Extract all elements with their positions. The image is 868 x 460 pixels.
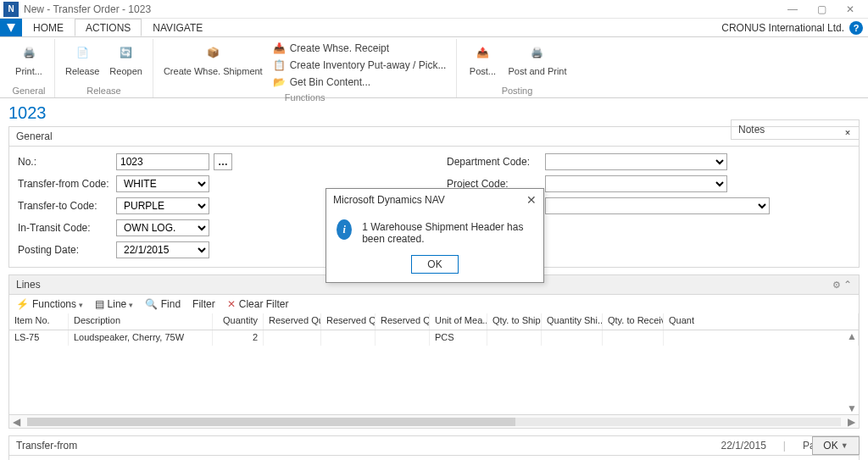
project-code-field[interactable]	[545, 175, 727, 192]
reopen-icon: 🔄	[114, 41, 138, 64]
lines-find-button[interactable]: 🔍Find	[145, 298, 181, 310]
print-button[interactable]: 🖨️ Print...	[8, 39, 49, 85]
close-button[interactable]: ✕	[836, 1, 865, 18]
assigned-user-id-field[interactable]	[545, 197, 770, 214]
printer-icon: 🖨️	[17, 41, 41, 64]
bin-icon: 📂	[273, 75, 287, 89]
transfer-to-code-field[interactable]: PURPLE	[116, 197, 209, 214]
post-icon: 📤	[470, 41, 494, 64]
window-controls: — ▢ ✕	[778, 1, 865, 18]
window-title: New - Transfer Order - 1023	[24, 3, 151, 15]
col-quant[interactable]: Quant	[664, 313, 859, 330]
message-dialog: Microsoft Dynamics NAV ✕ i 1 Warehouse S…	[326, 188, 544, 283]
col-qty-to-ship[interactable]: Qty. to Ship	[487, 313, 542, 330]
col-qty-to-receive[interactable]: Qty. to Receive	[603, 313, 664, 330]
release-button[interactable]: 📄 Release	[60, 39, 104, 85]
horizontal-scrollbar[interactable]: ◀▶	[8, 415, 860, 429]
col-uom[interactable]: Unit of Mea...	[430, 313, 487, 330]
maximize-button[interactable]: ▢	[807, 1, 836, 18]
lines-grid[interactable]: Item No. Description Quantity Reserved Q…	[8, 313, 860, 415]
fasttab-transfer-to[interactable]: Transfer-to	[8, 456, 860, 460]
col-qty-shipped[interactable]: Quantity Shi...	[542, 313, 603, 330]
no-field[interactable]	[116, 153, 209, 170]
transfer-from-label: Transfer-from Code:	[18, 178, 111, 190]
fasttab-transfer-from[interactable]: Transfer-from 22/1/2015|Partial	[8, 435, 860, 456]
help-icon[interactable]: ?	[849, 21, 863, 35]
receipt-icon: 📥	[273, 42, 287, 55]
col-quantity[interactable]: Quantity	[213, 313, 264, 330]
company-name: CRONUS International Ltd.	[721, 22, 844, 34]
post-and-print-button[interactable]: 🖨️ Post and Print	[503, 39, 571, 85]
putaway-icon: 📋	[273, 58, 287, 72]
col-reserved-qty[interactable]: Reserved Qu...	[264, 313, 321, 330]
group-functions-label: Functions	[159, 91, 452, 104]
lines-line-menu[interactable]: ▤Line	[95, 298, 133, 310]
in-transit-code-field[interactable]: OWN LOG.	[116, 219, 209, 236]
department-code-label: Department Code:	[447, 156, 540, 168]
lines-clear-filter-button[interactable]: ✕Clear Filter	[227, 298, 289, 310]
transfer-to-label: Transfer-to Code:	[18, 200, 111, 212]
app-icon: N	[3, 2, 19, 17]
create-whse-receipt-button[interactable]: 📥Create Whse. Receipt	[271, 41, 448, 56]
col-reserved-qtu[interactable]: Reserved Qu...	[321, 313, 376, 330]
chevron-down-icon	[843, 124, 852, 136]
vertical-scrollbar[interactable]: ▲▼	[845, 330, 859, 414]
group-release-label: Release	[60, 85, 147, 97]
dialog-titlebar: Microsoft Dynamics NAV ✕	[326, 189, 543, 211]
bottom-bar: OK▼	[812, 436, 860, 455]
ribbon-tabs: HOME ACTIONS NAVIGATE CRONUS Internation…	[0, 19, 868, 37]
find-icon: 🔍	[145, 298, 158, 310]
info-icon: i	[337, 219, 352, 240]
department-code-field[interactable]	[545, 153, 727, 170]
dialog-close-button[interactable]: ✕	[526, 193, 537, 207]
file-tab[interactable]	[0, 19, 22, 36]
lines-toolbar: ⚡Functions ▤Line 🔍Find Filter ✕Clear Fil…	[8, 295, 860, 313]
posting-date-label: Posting Date:	[18, 244, 111, 256]
post-button[interactable]: 📤 Post...	[462, 39, 503, 85]
lines-filter-button[interactable]: Filter	[192, 298, 215, 310]
in-transit-label: In-Transit Code:	[18, 222, 111, 234]
create-whse-shipment-button[interactable]: 📦 Create Whse. Shipment	[159, 39, 268, 91]
ribbon: 🖨️ Print... General 📄 Release 🔄 Reopen R…	[0, 37, 868, 98]
reopen-button[interactable]: 🔄 Reopen	[104, 39, 147, 85]
gear-icon[interactable]: ⚙	[832, 279, 852, 291]
no-label: No.:	[18, 156, 111, 168]
shipment-icon: 📦	[201, 41, 225, 64]
post-print-icon: 🖨️	[526, 41, 549, 64]
col-reserved-qti[interactable]: Reserved Qu...	[376, 313, 430, 330]
notes-factbox[interactable]: Notes	[731, 119, 860, 140]
tab-actions[interactable]: ACTIONS	[75, 19, 142, 36]
col-item-no[interactable]: Item No.	[9, 313, 69, 330]
col-description[interactable]: Description	[69, 313, 213, 330]
dialog-ok-button[interactable]: OK	[411, 255, 459, 274]
group-posting-label: Posting	[462, 85, 571, 97]
dialog-message: 1 Warehouse Shipment Header has been cre…	[362, 219, 533, 245]
tab-navigate[interactable]: NAVIGATE	[142, 19, 214, 36]
lines-subform: Lines ⚙ ⚡Functions ▤Line 🔍Find Filter ✕C…	[8, 274, 860, 429]
create-inv-putaway-pick-button[interactable]: 📋Create Inventory Put-away / Pick...	[271, 58, 448, 73]
table-row[interactable]: LS-75 Loudspeaker, Cherry, 75W 2 PCS	[9, 330, 859, 346]
tab-home[interactable]: HOME	[22, 19, 75, 36]
transfer-from-code-field[interactable]: WHITE	[116, 175, 209, 192]
title-bar: N New - Transfer Order - 1023 — ▢ ✕	[0, 0, 868, 19]
minimize-button[interactable]: —	[778, 1, 807, 18]
group-general-label: General	[8, 85, 49, 97]
dialog-title: Microsoft Dynamics NAV	[333, 194, 445, 206]
page-ok-button[interactable]: OK▼	[812, 436, 860, 455]
get-bin-content-button[interactable]: 📂Get Bin Content...	[271, 75, 448, 90]
lines-functions-menu[interactable]: ⚡Functions	[16, 298, 83, 310]
svg-marker-0	[7, 24, 15, 32]
no-lookup-button[interactable]: …	[214, 153, 232, 170]
release-icon: 📄	[70, 41, 94, 64]
posting-date-field[interactable]: 22/1/2015	[116, 241, 209, 258]
grid-header: Item No. Description Quantity Reserved Q…	[9, 313, 859, 330]
company-indicator: CRONUS International Ltd. ?	[721, 19, 868, 36]
